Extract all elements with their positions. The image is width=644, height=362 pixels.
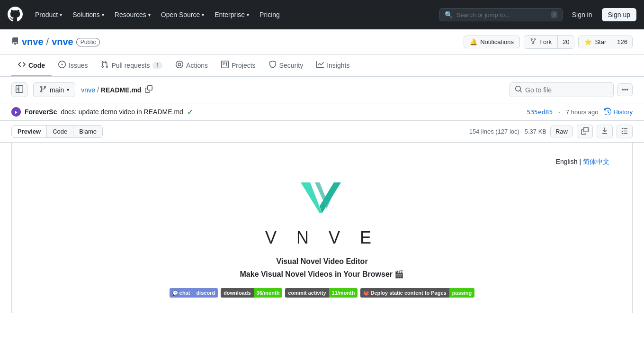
downloads-badge-link[interactable]: downloads 36/month [221,288,282,298]
deploy-badge-link[interactable]: 🐙 Deploy static content to Pages passing [360,288,474,298]
tagline-emoji: 🎬 [394,270,404,278]
repo-header: vnve / vnve Public 🔔 Notifications Fork … [0,29,644,55]
notifications-button[interactable]: 🔔 Notifications [464,36,520,48]
github-logo[interactable] [8,7,23,23]
search-icon [515,85,522,94]
code-view-right: 154 lines (127 loc) · 5.37 KB Raw [469,125,633,138]
copy-path-button[interactable] [143,83,154,96]
goto-file-input[interactable] [525,86,608,94]
star-count-button[interactable]: 126 [612,36,632,48]
tab-code[interactable]: Code [11,55,52,76]
chat-discord-badge-link[interactable]: 💬 chat discord [170,288,218,298]
readme-subtitle: Visual Novel Video Editor [35,257,609,266]
chat-discord-badge: 💬 chat discord [170,288,218,298]
commit-check-icon: ✓ [187,108,193,117]
list-view-button[interactable] [617,125,633,138]
tab-issues[interactable]: Issues [52,55,94,76]
fork-button[interactable]: Fork [524,36,558,48]
star-icon: ⭐ [584,38,592,45]
nav-enterprise[interactable]: Enterprise ▾ [210,8,254,21]
sidebar-toggle-button[interactable] [11,82,27,97]
visibility-badge: Public [76,38,100,46]
tab-insights[interactable]: Insights [310,55,356,76]
pr-badge: 1 [152,62,162,69]
main-nav: Product ▾ Solutions ▾ Resources ▾ Open S… [30,8,436,21]
repo-owner-link[interactable]: vnve [22,36,44,47]
breadcrumb-owner-link[interactable]: vnve [81,86,95,94]
search-icon: 🔍 [445,11,453,18]
actions-icon [176,61,183,70]
file-meta: 154 lines (127 loc) · 5.37 KB [469,128,546,135]
issues-icon [58,61,66,70]
nav-opensource[interactable]: Open Source ▾ [156,8,209,21]
file-header-left: main ▾ vnve / README.md [11,82,154,97]
tab-pullrequests[interactable]: Pull requests 1 [94,55,169,76]
file-header-bar: main ▾ vnve / README.md ••• [0,77,644,103]
branch-icon [39,85,47,94]
header-right: 🔍 / Sign in Sign up [439,8,636,21]
breadcrumb: vnve / README.md [81,83,154,96]
fork-button-group: Fork 20 [524,35,574,49]
chevron-down-icon: ▾ [102,12,104,18]
search-input[interactable] [456,11,547,18]
commit-time: 7 hours ago [566,109,599,116]
branch-selector[interactable]: main ▾ [33,82,75,97]
code-tab[interactable]: Code [46,126,73,137]
commit-bar: F ForeverSc docs: update demo video in R… [0,103,644,121]
commit-message: docs: update demo video in README.md [61,108,183,116]
history-button[interactable]: History [604,108,633,117]
deploy-badge: 🐙 Deploy static content to Pages passing [360,288,474,298]
chevron-down-icon: ▾ [60,12,62,18]
copy-raw-button[interactable] [577,125,593,138]
readme-tagline: Make Visual Novel Videos in Your Browser… [35,270,609,279]
nav-pricing[interactable]: Pricing [255,8,285,21]
fork-count-button[interactable]: 20 [558,36,574,48]
pr-icon [101,61,108,70]
readme-logo-section [35,178,609,220]
nav-solutions[interactable]: Solutions ▾ [68,8,109,21]
repo-name-link[interactable]: vnve [52,36,73,47]
downloads-badge: downloads 36/month [221,288,282,298]
more-icon: ••• [622,86,628,93]
download-button[interactable] [597,125,613,138]
raw-button[interactable]: Raw [550,126,573,137]
signup-button[interactable]: Sign up [602,8,636,21]
svg-text:F: F [15,110,18,115]
breadcrumb-filename: README.md [101,86,142,94]
signin-button[interactable]: Sign in [567,8,597,21]
star-button[interactable]: ⭐ Star [579,36,612,48]
commit-info-right: 535ed85 · 7 hours ago History [527,108,633,117]
commit-author[interactable]: ForeverSc [25,108,57,116]
search-shortcut-badge: / [551,11,557,18]
commit-activity-badge: commit activity 11/month [285,288,358,298]
search-box[interactable]: 🔍 / [439,8,563,21]
view-tabs: Preview Code Blame [11,125,103,138]
commit-separator: · [558,109,560,116]
commit-sha[interactable]: 535ed85 [527,109,553,116]
history-icon [604,108,612,117]
tab-projects[interactable]: Projects [215,55,262,76]
nav-product[interactable]: Product ▾ [30,8,67,21]
chevron-down-icon: ▾ [202,12,204,18]
main-header: Product ▾ Solutions ▾ Resources ▾ Open S… [0,0,644,29]
insights-icon [316,61,324,70]
fork-icon [530,38,537,46]
lang-separator: | [579,158,583,165]
security-icon [269,61,277,70]
avatar: F [11,107,21,117]
readme-badges: 💬 chat discord downloads 36/month commit… [35,288,609,298]
preview-tab[interactable]: Preview [12,126,46,137]
tab-actions[interactable]: Actions [169,55,215,76]
file-header-right: ••• [510,82,633,97]
goto-file-search[interactable] [510,82,614,97]
nav-resources[interactable]: Resources ▾ [110,8,155,21]
tab-security[interactable]: Security [262,55,310,76]
bell-icon: 🔔 [470,38,477,45]
commit-activity-badge-link[interactable]: commit activity 11/month [285,288,358,298]
star-button-group: ⭐ Star 126 [578,36,633,48]
readme-language-selector: English | 简体中文 [35,158,609,166]
lang-chinese-link[interactable]: 简体中文 [583,158,609,165]
blame-tab[interactable]: Blame [73,126,102,137]
repo-tabs: Code Issues Pull requests 1 Actions Proj… [0,55,644,77]
more-options-button[interactable]: ••• [617,83,633,96]
